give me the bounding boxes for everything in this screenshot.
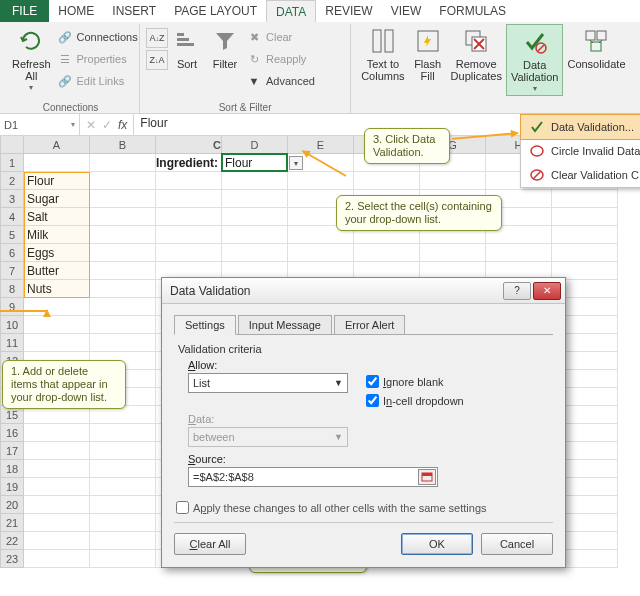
cell[interactable] [420,172,486,190]
row-header[interactable]: 21 [0,514,24,532]
dialog-help-button[interactable]: ? [503,282,531,300]
cell[interactable] [90,262,156,280]
cell[interactable]: Flour [222,154,288,172]
cell[interactable] [354,172,420,190]
tab-view[interactable]: VIEW [382,0,431,22]
cell[interactable] [24,532,90,550]
dialog-tab-error-alert[interactable]: Error Alert [334,315,406,335]
cell[interactable] [420,244,486,262]
row-header[interactable]: 4 [0,208,24,226]
cell[interactable]: Eggs [24,244,90,262]
row-header[interactable]: 10 [0,316,24,334]
row-header[interactable]: 7 [0,262,24,280]
select-all-button[interactable] [0,136,24,154]
accept-formula-icon[interactable]: ✓ [102,118,112,132]
remove-duplicates-button[interactable]: Remove Duplicates [447,24,506,96]
cell[interactable] [90,226,156,244]
cell[interactable] [552,244,618,262]
sort-asc-button[interactable]: A↓Z [146,28,168,48]
cell[interactable] [24,478,90,496]
cell[interactable] [24,154,90,172]
cancel-formula-icon[interactable]: ✕ [86,118,96,132]
cell[interactable] [24,442,90,460]
cell[interactable] [156,244,222,262]
cell[interactable] [90,460,156,478]
cell[interactable] [90,244,156,262]
row-header[interactable]: 22 [0,532,24,550]
tab-insert[interactable]: INSERT [103,0,165,22]
cell[interactable] [24,424,90,442]
source-range-picker-button[interactable] [418,469,436,485]
cell[interactable] [90,550,156,568]
tab-review[interactable]: REVIEW [316,0,381,22]
cell[interactable] [156,208,222,226]
cell[interactable] [90,316,156,334]
tab-page-layout[interactable]: PAGE LAYOUT [165,0,266,22]
row-header[interactable]: 2 [0,172,24,190]
row-header[interactable]: 1 [0,154,24,172]
tab-formulas[interactable]: FORMULAS [430,0,515,22]
row-header[interactable]: 3 [0,190,24,208]
tab-data[interactable]: DATA [266,0,316,22]
data-validation-button[interactable]: Data Validation ▾ [506,24,564,96]
cell[interactable]: Ingredient: [156,154,222,172]
cell[interactable] [222,190,288,208]
cell[interactable] [24,298,90,316]
cell[interactable] [90,298,156,316]
cell[interactable] [222,208,288,226]
cell[interactable] [24,460,90,478]
cell[interactable] [156,190,222,208]
cell[interactable]: Milk [24,226,90,244]
cell[interactable] [90,532,156,550]
row-header[interactable]: 20 [0,496,24,514]
sort-button[interactable]: Sort [168,24,206,96]
col-header-E[interactable]: E [288,136,354,154]
dv-menu-clear-validation[interactable]: Clear Validation C [521,163,640,187]
row-header[interactable]: 18 [0,460,24,478]
ok-button[interactable]: OK [401,533,473,555]
dv-menu-data-validation[interactable]: Data Validation... [520,114,640,140]
cell[interactable] [90,208,156,226]
name-box[interactable]: D1▾ [0,114,80,135]
cell[interactable] [90,172,156,190]
sort-desc-button[interactable]: Z↓A [146,50,168,70]
col-header-B[interactable]: B [90,136,156,154]
advanced-filter-button[interactable]: ▼Advanced [244,70,317,92]
cell[interactable] [24,514,90,532]
source-input[interactable]: =$A$2:$A$8 [188,467,438,487]
cell[interactable] [156,226,222,244]
row-header[interactable]: 8 [0,280,24,298]
cell[interactable] [354,244,420,262]
cell[interactable] [552,226,618,244]
cell[interactable] [24,316,90,334]
row-header[interactable]: 16 [0,424,24,442]
row-header[interactable]: 9 [0,298,24,316]
connections-button[interactable]: 🔗Connections [55,26,140,48]
tab-file[interactable]: FILE [0,0,49,22]
cell[interactable] [24,550,90,568]
row-header[interactable]: 5 [0,226,24,244]
cell[interactable] [222,244,288,262]
text-to-columns-button[interactable]: Text to Columns [357,24,408,96]
row-header[interactable]: 19 [0,478,24,496]
cell[interactable] [156,172,222,190]
cell[interactable] [90,514,156,532]
cell[interactable] [90,280,156,298]
col-header-D[interactable]: D [222,136,288,154]
cell[interactable] [90,442,156,460]
consolidate-button[interactable]: Consolidate [563,24,629,96]
cell[interactable] [552,208,618,226]
ignore-blank-checkbox[interactable]: Ignore blank [366,375,464,388]
cell[interactable] [90,496,156,514]
refresh-all-button[interactable]: Refresh All ▾ [8,24,55,96]
row-header[interactable]: 11 [0,334,24,352]
row-header[interactable]: 17 [0,442,24,460]
cell[interactable] [90,190,156,208]
flash-fill-button[interactable]: Flash Fill [409,24,447,96]
cell[interactable] [90,154,156,172]
row-header[interactable]: 6 [0,244,24,262]
tab-home[interactable]: HOME [49,0,103,22]
cell[interactable] [288,244,354,262]
cell[interactable] [222,172,288,190]
apply-to-same-settings-checkbox[interactable] [176,501,189,514]
